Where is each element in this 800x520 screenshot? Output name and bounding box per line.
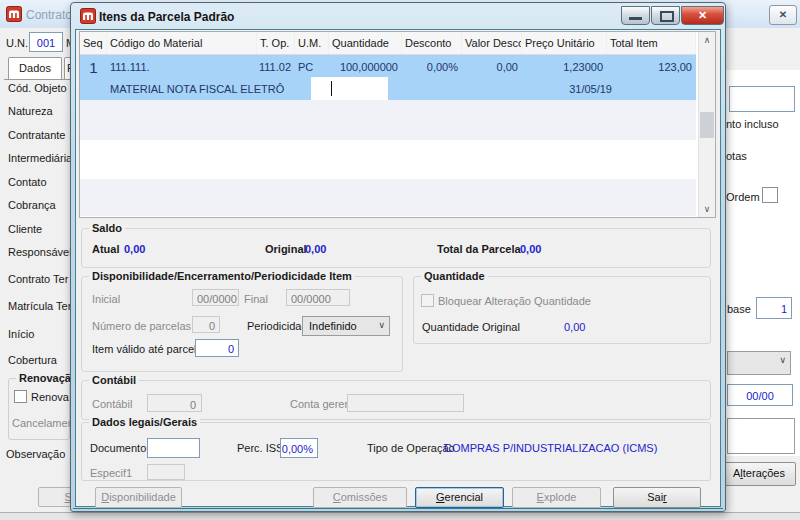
periodicidade-dropdown[interactable]: Indefinido ∨	[302, 316, 390, 336]
dialog-title: Itens da Parcela Padrão	[99, 10, 234, 24]
grid-empty-band	[80, 140, 696, 179]
perc-iss-input[interactable]: 0,00%	[280, 438, 318, 458]
bloquear-alteracao-checkbox	[421, 294, 434, 307]
item-valido-input[interactable]: 0	[195, 339, 239, 357]
inline-edit-input[interactable]	[311, 77, 388, 100]
conta-gerencial-input	[347, 394, 464, 412]
base-label: base	[727, 303, 751, 315]
disponibilidade-group-title: Disponibilidade/Encerramento/Periodicida…	[89, 270, 355, 282]
tab-dados[interactable]: Dados	[8, 57, 62, 80]
field-label-responsavel: Responsável	[8, 246, 72, 258]
perc-iss-label: Perc. ISS	[237, 442, 283, 454]
row-total-item: 123,00	[607, 55, 696, 78]
grid-header: Seq Código do Material T. Op. U.M. Quant…	[80, 32, 696, 55]
ordem-checkbox[interactable]	[762, 187, 778, 203]
field-label-natureza: Natureza	[8, 105, 53, 117]
bg-right-input[interactable]	[729, 86, 795, 112]
row-desconto: 0,00%	[402, 55, 462, 78]
alteracoes-button[interactable]: Alterações	[722, 462, 796, 486]
un-input[interactable]: 001	[29, 32, 63, 52]
row-quantidade: 100,000000	[329, 55, 402, 78]
col-header-t-op[interactable]: T. Op.	[257, 32, 295, 54]
row-seq: 1	[80, 55, 107, 78]
inicial-input: 00/0000	[192, 289, 239, 306]
bg-date-input[interactable]: 00/00	[727, 384, 793, 406]
col-header-codigo[interactable]: Código do Material	[107, 32, 257, 54]
un-label: U.N.	[6, 37, 28, 49]
item-valido-label: Item válido até parcela	[92, 343, 203, 355]
grid-scrollbar[interactable]: ∧ ∨	[698, 32, 715, 217]
saldo-atual-value: 0,00	[124, 243, 145, 255]
row-valor-desconto: 0,00	[462, 55, 522, 78]
saldo-original-label: Original	[265, 243, 307, 255]
saldo-groupbox: Saldo Atual 0,00 Original 0,00 Total da …	[81, 228, 711, 268]
sair-button[interactable]: Sair	[613, 487, 701, 508]
field-label-cliente: Cliente	[8, 223, 42, 235]
especif1-label: Especif1	[90, 467, 132, 479]
col-header-seq[interactable]: Seq	[80, 32, 107, 54]
minimize-button[interactable]	[621, 6, 650, 25]
field-label-contrato-ter: Contrato Ter	[8, 273, 68, 285]
screen: Contratos ✕ U.N. 001 M Dados F Cód. Obje…	[0, 0, 800, 520]
tipo-operacao-label: Tipo de Operação	[367, 442, 455, 454]
quantidade-group-title: Quantidade	[421, 270, 488, 282]
documento-input[interactable]	[147, 438, 200, 458]
col-header-desconto[interactable]: Desconto	[402, 32, 462, 54]
final-label: Final	[244, 293, 268, 305]
disponibilidade-button: Disponibilidade	[95, 487, 182, 508]
contabil-label: Contábil	[92, 398, 132, 410]
renovacao-group-title: Renovaçã	[16, 372, 74, 384]
especif1-input	[147, 464, 185, 480]
row-codigo: 111.111.	[107, 55, 257, 78]
quantidade-groupbox: Quantidade Bloquear Alteração Quantidade…	[413, 276, 711, 344]
rm-dialog-icon	[80, 8, 96, 24]
numero-parcelas-label: Número de parcelas	[92, 320, 191, 332]
saldo-atual-label: Atual	[92, 243, 120, 255]
maximize-icon	[660, 11, 674, 22]
dialog-close-button[interactable]: ✕	[681, 6, 724, 25]
col-header-um[interactable]: U.M.	[295, 32, 329, 54]
col-header-valor-desconto[interactable]: Valor Desconto	[462, 32, 522, 54]
contratos-close-button[interactable]: ✕	[769, 5, 797, 25]
col-header-preco-unitario[interactable]: Preço Unitário	[522, 32, 607, 54]
scrollbar-thumb[interactable]	[700, 112, 714, 138]
field-label-contratante: Contratante	[8, 129, 65, 141]
contabil-group-title: Contábil	[89, 374, 139, 386]
dados-legais-groupbox: Dados legais/Gerais Documento Perc. ISS …	[81, 422, 711, 481]
numero-parcelas-input: 0	[192, 316, 220, 333]
contratos-bottom-edge	[0, 512, 800, 520]
bloquear-alteracao-label: Bloquear Alteração Quantidade	[438, 295, 591, 307]
text-caret	[331, 81, 332, 96]
tipo-operacao-value: COMPRAS P/INDUSTRIALIZACAO (ICMS)	[444, 442, 657, 454]
quantidade-original-label: Quantidade Original	[422, 321, 520, 333]
row-data: 31/05/19	[540, 83, 612, 95]
row-t-op: 111.02	[257, 55, 295, 78]
grid-row-selected[interactable]: 1 111.111. 111.02 PC 100,000000 0,00% 0,…	[80, 55, 696, 100]
itens-grid: Seq Código do Material T. Op. U.M. Quant…	[79, 31, 716, 218]
comissoes-button: Comissões	[313, 487, 407, 508]
base-input[interactable]: 1	[756, 297, 792, 319]
field-label-cod-objeto: Cód. Objeto	[8, 82, 67, 94]
field-label-inicio: Início	[8, 328, 34, 340]
quantidade-original-value: 0,00	[564, 321, 585, 333]
field-label-matricula-ter: Matrícula Ter	[8, 300, 71, 312]
rm-app-icon	[6, 6, 22, 22]
maximize-button[interactable]	[651, 6, 680, 25]
bg-dropdown[interactable]: ∨	[727, 351, 791, 375]
col-header-quantidade[interactable]: Quantidade	[329, 32, 402, 54]
contabil-input: 0	[147, 394, 202, 412]
gerencial-button[interactable]: Gerencial	[415, 487, 504, 508]
contabil-groupbox: Contábil Contábil 0 Conta gerencial	[81, 380, 711, 420]
saldo-total-label: Total da Parcela	[437, 243, 521, 255]
col-header-total-item[interactable]: Total Item	[607, 32, 696, 54]
renovacao-checkbox[interactable]	[14, 390, 27, 403]
field-label-contato: Contato	[8, 176, 47, 188]
scroll-down-icon[interactable]: ∨	[699, 201, 715, 217]
scroll-up-icon[interactable]: ∧	[699, 32, 715, 48]
row-descricao: MATERIAL NOTA FISCAL ELETRÔ	[110, 83, 284, 95]
documento-label: Documento	[90, 442, 146, 454]
inicial-label: Inicial	[92, 293, 120, 305]
bg-white-box[interactable]	[727, 418, 795, 454]
close-icon: ✕	[779, 9, 787, 20]
chevron-down-icon: ∨	[378, 320, 385, 330]
